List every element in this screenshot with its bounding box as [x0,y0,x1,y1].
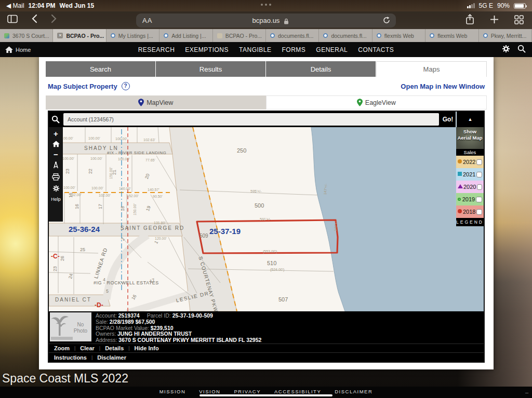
zoom-in-button[interactable]: + [54,131,58,137]
browser-tab[interactable]: documents.fl... [319,29,372,42]
map-home-button[interactable] [52,141,60,148]
back-to-mail-button[interactable]: ◀ Mail [6,2,24,9]
map-label: 102.00' [99,194,111,197]
nav-research[interactable]: RESEARCH [138,46,175,53]
nav-general[interactable]: GENERAL [316,46,348,53]
map-subject-property-link[interactable]: Map Subject Property [48,83,117,90]
footer-mission[interactable]: MISSION [159,389,186,394]
tab-mapview[interactable]: MapView [46,95,266,109]
go-button[interactable]: Go! [440,116,456,123]
sidebar-collapse-button[interactable]: ▲ [456,112,484,127]
instructions-link[interactable]: Instructions [54,354,87,361]
tab-favicon [164,33,168,38]
nav-forms[interactable]: FORMS [282,46,306,53]
map-label: 591'+/- [260,217,271,221]
map-search-icon[interactable] [49,115,62,123]
legend-button[interactable]: LEGEND [456,218,484,226]
sales-2019-checkbox[interactable] [476,197,482,202]
browser-tab[interactable]: Add Listing |... [159,29,212,42]
nav-contacts[interactable]: CONTACTS [358,46,394,53]
sales-2021-checkbox[interactable] [476,172,482,177]
map-label: 100.00' [91,186,103,190]
home-indicator[interactable] [200,394,332,397]
new-tab-icon[interactable] [490,15,499,26]
footer-disclaimer[interactable]: DISCLAIMER [335,389,373,394]
map-label: -C- [51,253,60,259]
browser-tab[interactable]: BCPAO - Pro... [213,29,266,42]
forward-icon[interactable] [51,14,57,25]
map-label: 102.00' [70,193,82,197]
reload-icon[interactable] [382,16,391,26]
map-settings-gear-icon[interactable] [52,185,60,193]
sales-year-2020: 2020 [456,181,484,193]
disclaimer-link[interactable]: Disclaimer [97,354,126,361]
tab-eagleview[interactable]: EagleView [266,95,487,109]
close-tab-icon[interactable]: × [57,33,63,38]
tab-favicon [483,33,488,38]
info-line: Address: 3670 S COURTENAY PKWY MERRITT I… [96,337,269,344]
separator: | [91,355,92,360]
separator: | [74,346,75,351]
sales-2020-checkbox[interactable] [477,184,482,190]
browser-tab[interactable]: documents.fl... [266,29,319,42]
map-label: 4 [103,278,105,282]
address-bar[interactable]: AA bcpao.us [136,13,396,28]
year-label: 2020 [463,184,476,190]
home-link[interactable]: Home [5,46,31,53]
map-label: 21 [112,170,117,175]
browser-tab[interactable]: flexmls Web [425,29,478,42]
browser-tab[interactable]: 3670 S Court... [0,29,53,42]
browser-tab[interactable]: Pkwy, Merritt... [479,29,532,42]
help-question-icon[interactable]: ? [122,82,130,90]
browser-tab[interactable]: flexmls Web [373,29,425,42]
footer-vision[interactable]: VISION [199,389,220,394]
tab-maps[interactable]: Maps [376,61,487,77]
details-link[interactable]: Details [105,345,124,351]
sales-year-2022: 2022 [456,156,484,168]
footer-accessibility[interactable]: ACCESSIBILITY [274,389,321,394]
map-label: DANIEL CT [55,297,91,303]
tab-title: Pkwy, Merritt... [491,33,527,39]
tab-overview-icon[interactable] [514,15,524,26]
tab-search[interactable]: Search [46,61,156,77]
map-label: 140.57' [148,188,159,191]
zoom-out-button[interactable]: − [54,152,58,158]
open-map-new-window-link[interactable]: Open Map in New Window [401,83,485,90]
browser-tab[interactable]: My Listings |... [107,29,159,42]
browser-tab[interactable]: ×BCPAO - Pro... [53,29,106,42]
url-text: bcpao.us [136,17,396,24]
back-icon[interactable] [31,14,37,25]
measure-button[interactable] [52,161,59,170]
tab-title: My Listings |... [118,33,153,39]
tab-details[interactable]: Details [266,61,376,77]
map-label: 507 [278,297,288,303]
settings-gear-icon[interactable] [502,45,510,55]
map-help-button[interactable]: Help [51,196,61,202]
green-pin-icon [357,99,363,106]
clear-link[interactable]: Clear [80,345,95,351]
share-icon[interactable] [466,14,474,27]
site-search-icon[interactable] [517,45,526,55]
nav-tangible[interactable]: TANGIBLE [239,46,271,53]
separator: | [128,346,129,351]
tab-title: documents.fl... [278,33,313,39]
show-aerial-map-button[interactable]: Show Aerial Map [456,127,484,149]
nav-exemptions[interactable]: EXEMPTIONS [185,46,229,53]
map-label: 16 [75,204,79,209]
zoom-link[interactable]: Zoom [54,345,70,351]
sq-marker-icon [458,172,462,177]
map-label: 102.63' [143,138,155,142]
map-action-links: Zoom|Clear|Details|Hide Info [49,344,484,352]
sales-2018-checkbox[interactable] [476,209,482,215]
sidebar-icon[interactable] [7,15,18,25]
date: Wed Jun 15 [60,2,94,9]
tab-title: BCPAO - Pro... [66,33,104,39]
sales-2022-checkbox[interactable] [476,159,482,165]
tab-results[interactable]: Results [156,61,266,77]
map-label: 5 [106,289,109,294]
account-search-input[interactable] [63,113,439,126]
map-canvas[interactable]: SHADY LN#IX - RIVER SIDE LANDINGSAINT GE… [49,127,484,311]
footer-privacy[interactable]: PRIVACY [234,389,261,394]
hide-info-link[interactable]: Hide Info [135,345,159,351]
print-button[interactable] [52,173,60,181]
